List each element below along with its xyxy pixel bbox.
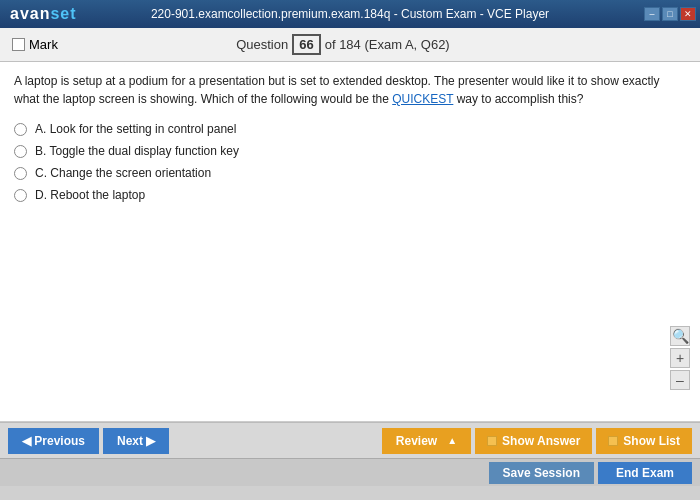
window-title: 220-901.examcollection.premium.exam.184q… <box>151 7 549 21</box>
review-arrow-icon: ▲ <box>447 435 457 446</box>
answer-indicator-icon <box>487 436 497 446</box>
total-questions: of 184 (Exam A, Q62) <box>325 37 450 52</box>
question-number-area: Question 66 of 184 (Exam A, Q62) <box>236 34 450 55</box>
option-b[interactable]: B. Toggle the dual display function key <box>14 144 686 158</box>
next-button[interactable]: Next ▶ <box>103 428 169 454</box>
logo-suffix: set <box>50 5 76 22</box>
mark-label: Mark <box>29 37 58 52</box>
action-bar: Save Session End Exam <box>0 458 700 486</box>
save-session-button[interactable]: Save Session <box>489 462 594 484</box>
option-c[interactable]: C. Change the screen orientation <box>14 166 686 180</box>
nav-bar: ◀ Previous Next ▶ Review ▲ Show Answer S… <box>0 422 700 458</box>
zoom-out-button[interactable]: – <box>670 370 690 390</box>
end-exam-button[interactable]: End Exam <box>598 462 692 484</box>
title-bar: avanset 220-901.examcollection.premium.e… <box>0 0 700 28</box>
mark-checkbox[interactable] <box>12 38 25 51</box>
show-list-button[interactable]: Show List <box>596 428 692 454</box>
question-header: Mark Question 66 of 184 (Exam A, Q62) <box>0 28 700 62</box>
zoom-controls: 🔍 + – <box>670 326 690 390</box>
list-indicator-icon <box>608 436 618 446</box>
show-answer-label: Show Answer <box>502 434 580 448</box>
option-b-label: B. Toggle the dual display function key <box>35 144 239 158</box>
radio-d[interactable] <box>14 189 27 202</box>
previous-button[interactable]: ◀ Previous <box>8 428 99 454</box>
radio-b[interactable] <box>14 145 27 158</box>
option-c-label: C. Change the screen orientation <box>35 166 211 180</box>
mark-area: Mark <box>12 37 58 52</box>
zoom-in-button[interactable]: + <box>670 348 690 368</box>
logo-prefix: avan <box>10 5 50 22</box>
highlight-text: QUICKEST <box>392 92 453 106</box>
review-label: Review <box>396 434 437 448</box>
minimize-button[interactable]: – <box>644 7 660 21</box>
radio-c[interactable] <box>14 167 27 180</box>
radio-a[interactable] <box>14 123 27 136</box>
option-d[interactable]: D. Reboot the laptop <box>14 188 686 202</box>
app-logo: avanset <box>10 5 77 23</box>
question-number: 66 <box>292 34 320 55</box>
main-content: A laptop is setup at a podium for a pres… <box>0 62 700 422</box>
show-answer-button[interactable]: Show Answer <box>475 428 592 454</box>
question-text: A laptop is setup at a podium for a pres… <box>14 72 686 108</box>
option-d-label: D. Reboot the laptop <box>35 188 145 202</box>
review-button[interactable]: Review ▲ <box>382 428 471 454</box>
question-label: Question <box>236 37 288 52</box>
close-button[interactable]: ✕ <box>680 7 696 21</box>
show-list-label: Show List <box>623 434 680 448</box>
option-a[interactable]: A. Look for the setting in control panel <box>14 122 686 136</box>
option-a-label: A. Look for the setting in control panel <box>35 122 236 136</box>
options-list: A. Look for the setting in control panel… <box>14 122 686 202</box>
window-controls: – □ ✕ <box>644 7 696 21</box>
maximize-button[interactable]: □ <box>662 7 678 21</box>
zoom-search-icon[interactable]: 🔍 <box>670 326 690 346</box>
